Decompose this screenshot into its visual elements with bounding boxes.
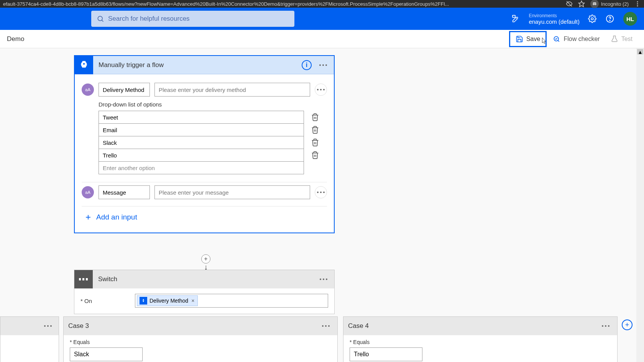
- environment-display[interactable]: Environments enayu.com (default): [529, 13, 580, 25]
- svg-point-12: [610, 20, 610, 21]
- incognito-indicator[interactable]: Incognito (2): [590, 0, 629, 8]
- svg-point-6: [637, 5, 638, 7]
- input-options-menu[interactable]: [315, 84, 327, 96]
- trigger-card: Manually trigger a flow i aA Delivery Me…: [74, 55, 335, 233]
- test-button[interactable]: Test: [606, 33, 637, 45]
- switch-header[interactable]: Switch: [74, 270, 334, 288]
- svg-rect-19: [86, 278, 88, 280]
- info-icon[interactable]: i: [302, 60, 312, 70]
- input-description-field[interactable]: Please enter your delivery method: [154, 83, 310, 97]
- svg-line-14: [558, 40, 559, 41]
- trigger-menu-icon[interactable]: [316, 61, 330, 69]
- text-input-badge-icon: aA: [82, 186, 94, 198]
- svg-point-3: [595, 3, 596, 5]
- trigger-icon: [75, 56, 93, 74]
- case-title: Case 3: [68, 322, 319, 330]
- equals-field[interactable]: Slack: [70, 347, 143, 361]
- delete-option-icon[interactable]: [311, 138, 319, 147]
- token-remove-icon[interactable]: ×: [191, 298, 195, 304]
- option-field[interactable]: Slack: [99, 136, 304, 149]
- test-label: Test: [621, 36, 632, 43]
- browser-address-bar: efault-37574ca4-cde8-4d8b-bcb8-897b1a5d8…: [0, 0, 644, 8]
- text-input-badge-icon: aA: [82, 84, 94, 96]
- dynamic-content-token[interactable]: Delivery Method ×: [137, 295, 198, 306]
- svg-rect-9: [513, 15, 515, 18]
- flow-checker-icon: [553, 35, 560, 43]
- help-icon[interactable]: [603, 12, 616, 25]
- token-icon: [140, 297, 147, 305]
- switch-title: Switch: [98, 275, 317, 283]
- incognito-label: Incognito (2): [601, 1, 629, 7]
- option-field[interactable]: Tweet: [99, 111, 304, 124]
- option-field[interactable]: Email: [99, 123, 304, 136]
- flow-checker-button[interactable]: Flow checker: [548, 33, 604, 45]
- equals-label: * Equals: [70, 339, 331, 345]
- insert-step-button[interactable]: +: [201, 254, 210, 264]
- test-icon: [611, 35, 618, 43]
- add-input-button[interactable]: + Add an input: [82, 206, 327, 229]
- flow-toolbar: Demo Save Flow checker Test: [0, 30, 644, 48]
- svg-point-10: [591, 18, 593, 20]
- save-icon: [516, 35, 523, 43]
- search-input[interactable]: [108, 15, 289, 23]
- delete-option-icon[interactable]: [311, 126, 319, 134]
- case-title: Case 4: [348, 322, 599, 330]
- svg-point-16: [83, 63, 85, 64]
- environment-label: Environments: [529, 13, 580, 18]
- equals-field[interactable]: Trello: [350, 347, 422, 361]
- case-menu-icon[interactable]: [599, 322, 613, 330]
- case-card-3: Case 3 * Equals Slack: [63, 316, 338, 362]
- add-input-label: Add an input: [96, 213, 137, 221]
- switch-on-label: * On: [80, 298, 130, 304]
- url-text: efault-37574ca4-cde8-4d8b-bcb8-897b1a5d8…: [3, 1, 566, 7]
- case-menu-icon[interactable]: [41, 322, 55, 330]
- bookmark-star-icon[interactable]: [578, 0, 585, 7]
- flow-canvas[interactable]: Manually trigger a flow i aA Delivery Me…: [0, 48, 644, 362]
- environment-name: enayu.com (default): [529, 18, 580, 25]
- svg-rect-18: [82, 278, 84, 280]
- save-label: Save: [526, 36, 540, 43]
- input-name-field[interactable]: Message: [99, 185, 150, 199]
- save-button[interactable]: Save: [509, 31, 547, 47]
- trigger-header[interactable]: Manually trigger a flow i: [75, 56, 334, 74]
- delete-option-icon[interactable]: [311, 151, 319, 159]
- case-card-4: Case 4 * Equals Trello: [343, 316, 618, 362]
- svg-rect-17: [79, 278, 81, 280]
- settings-gear-icon[interactable]: [586, 12, 599, 25]
- search-icon: [97, 15, 104, 23]
- search-box[interactable]: [91, 11, 294, 27]
- flow-title: Demo: [7, 35, 24, 43]
- option-field[interactable]: Trello: [99, 149, 304, 162]
- equals-label: * Equals: [350, 339, 611, 345]
- user-avatar[interactable]: HL: [623, 12, 637, 26]
- case-menu-icon[interactable]: [319, 322, 333, 330]
- browser-menu-icon[interactable]: [634, 0, 641, 7]
- token-label: Delivery Method: [150, 298, 188, 304]
- switch-on-field[interactable]: Delivery Method ×: [135, 294, 328, 308]
- svg-point-5: [637, 3, 638, 5]
- new-option-field[interactable]: Enter another option: [99, 161, 304, 174]
- flow-checker-label: Flow checker: [564, 36, 600, 43]
- input-options-menu[interactable]: [315, 186, 327, 198]
- case-header[interactable]: Case 4: [343, 317, 617, 335]
- incognito-icon: [590, 0, 599, 8]
- app-header: Environments enayu.com (default) HL: [0, 8, 644, 30]
- svg-marker-1: [578, 1, 584, 7]
- plus-icon: +: [85, 212, 91, 223]
- switch-card: Switch * On Delivery Method ×: [74, 270, 335, 314]
- switch-menu-icon[interactable]: [317, 275, 330, 283]
- case-header[interactable]: Case 3: [64, 317, 337, 335]
- svg-point-7: [98, 16, 102, 21]
- add-case-button[interactable]: +: [622, 319, 632, 330]
- svg-line-8: [102, 20, 103, 21]
- svg-point-2: [593, 3, 595, 5]
- env-picker-icon[interactable]: [509, 12, 522, 25]
- input-description-field[interactable]: Please enter your message: [154, 185, 310, 199]
- svg-point-4: [637, 1, 638, 2]
- input-name-field[interactable]: Delivery Method: [99, 83, 150, 97]
- scroll-up-icon[interactable]: ▴: [637, 49, 643, 54]
- dropdown-options-label: Drop-down list of options: [99, 101, 327, 108]
- incognito-eye-icon[interactable]: [566, 0, 573, 7]
- vertical-scrollbar[interactable]: ▴: [636, 48, 644, 362]
- delete-option-icon[interactable]: [311, 113, 319, 121]
